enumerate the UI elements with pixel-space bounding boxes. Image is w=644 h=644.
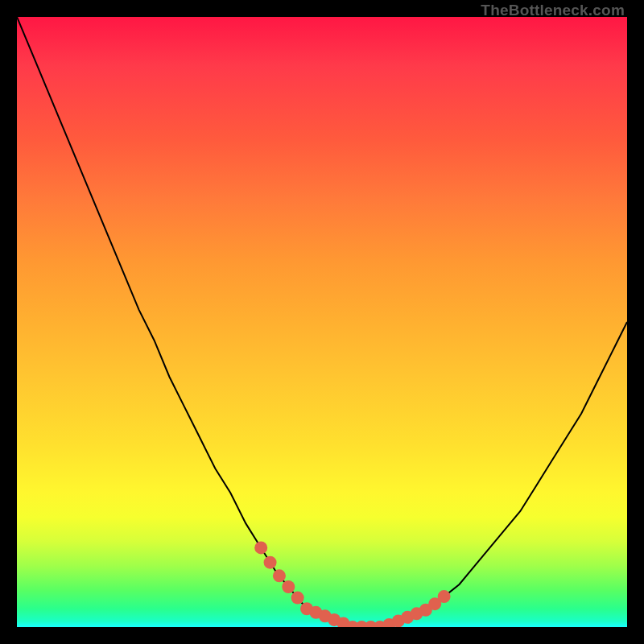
- watermark-text: TheBottleneck.com: [481, 2, 625, 19]
- plot-gradient-background: [17, 17, 627, 627]
- chart-container: TheBottleneck.com: [0, 0, 644, 644]
